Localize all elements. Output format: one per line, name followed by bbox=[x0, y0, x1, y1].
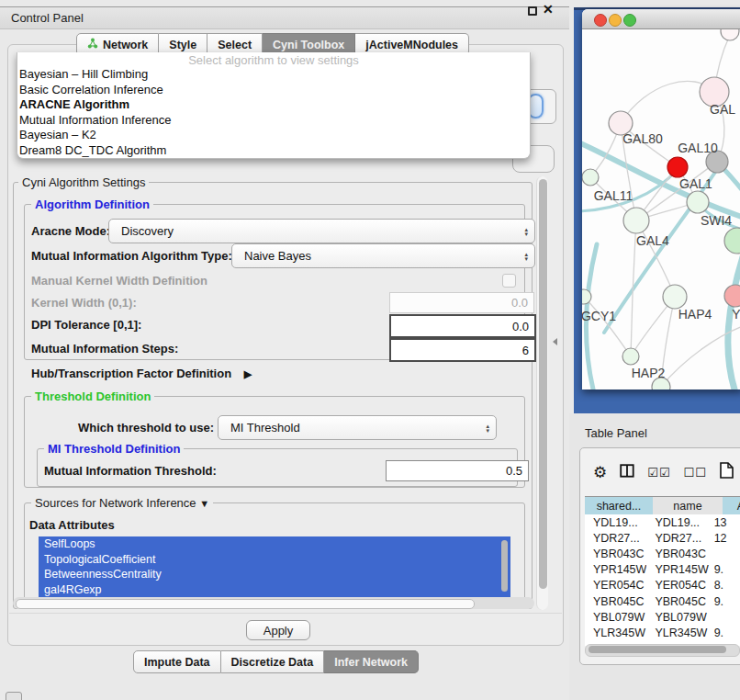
tab-discretize-data[interactable]: Discretize Data bbox=[221, 650, 325, 673]
data-attributes-list[interactable]: SelfLoopsTopologicalCoefficientBetweenne… bbox=[39, 536, 510, 597]
aracne-mode-select[interactable]: Discovery ▴▾ bbox=[108, 219, 535, 243]
collapsed-arrow-icon[interactable]: ▶ bbox=[244, 368, 252, 379]
network-window-titlebar[interactable] bbox=[582, 9, 740, 29]
aracne-mode-value: Discovery bbox=[121, 224, 174, 238]
algorithm-dropdown: Select algorithm to view settings Bayesi… bbox=[17, 52, 531, 159]
panel-divider-handle[interactable] bbox=[553, 338, 557, 345]
tab-label: Impute Data bbox=[144, 656, 210, 669]
spinner-arrows-icon: ▴▾ bbox=[524, 226, 528, 236]
table-row[interactable]: YER054CYER054C8. bbox=[585, 578, 740, 593]
node-label-gal80: GAL80 bbox=[622, 131, 663, 146]
checked-columns-icon[interactable]: ☑☑ bbox=[647, 466, 670, 480]
tab-label: Discretize Data bbox=[231, 656, 314, 669]
docked-panel-icon[interactable] bbox=[6, 692, 22, 700]
table-cell: YDR27... bbox=[585, 532, 646, 545]
settings-vertical-scrollbar[interactable] bbox=[536, 176, 548, 610]
table-horizontal-scrollbar[interactable] bbox=[585, 644, 740, 657]
algorithm-option-dream8-dc-tdc-algorithm[interactable]: Dream8 DC_TDC Algorithm bbox=[17, 143, 530, 159]
algorithm-option-aracne-algorithm[interactable]: ARACNE Algorithm bbox=[17, 97, 530, 113]
manual-kernel-width-checkbox[interactable] bbox=[502, 274, 516, 288]
top-tab-bar: NetworkStyleSelectCyni ToolboxjActiveMNo… bbox=[76, 33, 469, 54]
table-body: YDL19...YDL19...13YDR27...YDR27...12YBR0… bbox=[585, 514, 740, 646]
attribute-item-selfloops[interactable]: SelfLoops bbox=[39, 536, 510, 552]
tab-impute-data[interactable]: Impute Data bbox=[133, 650, 221, 673]
table-cell: 9. bbox=[711, 595, 740, 608]
hub-section-label: Hub/Transcription Factor Definition bbox=[31, 367, 231, 380]
bottom-tab-bar: Impute DataDiscretize DataInfer Network bbox=[133, 650, 419, 672]
attribute-item-topologicalcoefficient[interactable]: TopologicalCoefficient bbox=[39, 552, 510, 568]
apply-button[interactable]: Apply bbox=[246, 620, 310, 640]
float-window-icon[interactable] bbox=[528, 6, 537, 16]
mi-threshold-group-title: MI Threshold Definition bbox=[44, 442, 184, 456]
table-row[interactable]: YBR045CYBR045C9. bbox=[585, 593, 740, 609]
dpi-tolerance-field[interactable]: 0.0 bbox=[389, 314, 536, 338]
table-row[interactable]: YBL079WYBL079W bbox=[585, 609, 740, 625]
network-node[interactable] bbox=[721, 29, 739, 40]
close-traffic-light-icon[interactable] bbox=[594, 14, 607, 27]
table-cell: 8. bbox=[711, 579, 740, 592]
network-node[interactable] bbox=[582, 289, 591, 304]
vertical-scrollbar-thumb[interactable] bbox=[539, 179, 547, 589]
table-toolbar: ⚙ ☑☑ ☐☐ bbox=[580, 448, 740, 496]
export-table-icon[interactable] bbox=[720, 462, 734, 482]
algorithm-option-bayesian-k2[interactable]: Bayesian – K2 bbox=[17, 128, 530, 143]
which-threshold-label: Which threshold to use: bbox=[78, 421, 214, 435]
control-panel-title: Control Panel bbox=[11, 11, 84, 25]
expanded-arrow-icon[interactable]: ▼ bbox=[199, 498, 209, 509]
dropdown-prompt: Select algorithm to view settings bbox=[17, 52, 530, 67]
which-threshold-select[interactable]: MI Threshold ▴▾ bbox=[218, 415, 497, 440]
minimize-traffic-light-icon[interactable] bbox=[609, 14, 622, 27]
table-cell: YDR27... bbox=[646, 532, 710, 545]
tab-infer-network[interactable]: Infer Network bbox=[324, 650, 419, 673]
settings-horizontal-scrollbar[interactable] bbox=[13, 597, 534, 609]
gear-icon[interactable]: ⚙ bbox=[593, 463, 607, 482]
table-row[interactable]: YDR27...YDR27...12 bbox=[585, 530, 740, 546]
algorithm-option-basic-correlation-inference[interactable]: Basic Correlation Inference bbox=[17, 83, 530, 98]
network-window: GALGAL80GAL10GAL1GAL11SWI4GAL4GCY1HAP4YH… bbox=[582, 9, 740, 390]
attribute-item-betweennesscentrality[interactable]: BetweennessCentrality bbox=[39, 567, 510, 582]
table-row[interactable]: YDL19...YDL19...13 bbox=[585, 514, 740, 530]
network-node[interactable] bbox=[724, 285, 740, 307]
table-row[interactable]: YPR145WYPR145W9. bbox=[585, 562, 740, 578]
table-row[interactable]: YLR345WYLR345W9. bbox=[585, 625, 740, 640]
dpi-tolerance-label: DPI Tolerance [0,1]: bbox=[31, 318, 141, 332]
column-header-a[interactable]: A bbox=[723, 496, 740, 516]
table-cell: YER054C bbox=[585, 579, 646, 592]
zoom-traffic-light-icon[interactable] bbox=[623, 14, 636, 27]
network-node[interactable] bbox=[663, 285, 687, 309]
node-table[interactable]: shared...nameA YDL19...YDL19...13YDR27..… bbox=[585, 496, 740, 646]
algorithm-option-mutual-information-inference[interactable]: Mutual Information Inference bbox=[17, 113, 530, 129]
spinner-arrows-icon: ▴▾ bbox=[486, 423, 489, 433]
mi-steps-label: Mutual Information Steps: bbox=[31, 342, 178, 356]
control-panel-titlebar: Control Panel bbox=[0, 6, 569, 29]
node-label-gal: GAL bbox=[710, 102, 735, 117]
table-scrollbar-thumb[interactable] bbox=[589, 646, 726, 653]
column-header-shared[interactable]: shared... bbox=[585, 496, 654, 516]
list-scrollbar-thumb[interactable] bbox=[501, 540, 508, 592]
network-view[interactable]: GALGAL80GAL10GAL1GAL11SWI4GAL4GCY1HAP4YH… bbox=[582, 29, 740, 390]
horizontal-scrollbar-thumb[interactable] bbox=[16, 599, 475, 609]
split-columns-icon[interactable] bbox=[620, 464, 634, 481]
network-node[interactable] bbox=[623, 208, 649, 233]
network-node[interactable] bbox=[724, 228, 740, 254]
kernel-width-label: Kernel Width (0,1): bbox=[31, 296, 137, 310]
network-node[interactable] bbox=[582, 169, 599, 186]
table-row[interactable]: YBR043CYBR043C bbox=[585, 546, 740, 561]
mi-type-select[interactable]: Naive Bayes ▴▾ bbox=[231, 243, 535, 268]
hub-section-header[interactable]: Hub/Transcription Factor Definition ▶ bbox=[31, 367, 252, 380]
network-node[interactable] bbox=[667, 157, 688, 177]
mi-threshold-field[interactable]: 0.5 bbox=[386, 460, 529, 481]
which-threshold-value: MI Threshold bbox=[230, 421, 300, 435]
network-node[interactable] bbox=[687, 191, 709, 213]
kernel-width-field[interactable]: 0.0 bbox=[389, 292, 534, 313]
sources-header[interactable]: Sources for Network Inference ▼ bbox=[31, 496, 213, 510]
algorithm-option-bayesian-hill-climbing[interactable]: Bayesian – Hill Climbing bbox=[17, 67, 530, 83]
algorithm-definition-title: Algorithm Definition bbox=[31, 198, 153, 211]
attribute-item-gal4rgexp[interactable]: gal4RGexp bbox=[39, 582, 510, 598]
column-header-name[interactable]: name bbox=[653, 496, 723, 516]
mi-steps-field[interactable]: 6 bbox=[389, 338, 536, 362]
close-icon[interactable]: ✕ bbox=[543, 2, 554, 17]
network-node[interactable] bbox=[622, 348, 639, 365]
table-cell: YDL19... bbox=[585, 516, 646, 529]
unchecked-columns-icon[interactable]: ☐☐ bbox=[684, 466, 707, 480]
